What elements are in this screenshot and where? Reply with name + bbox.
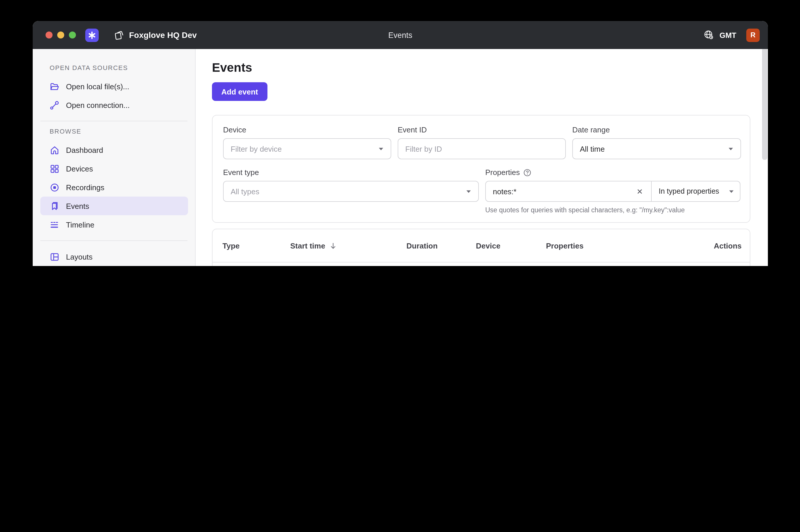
properties-filter-label: Properties	[485, 168, 741, 177]
connection-icon	[50, 100, 59, 110]
zoom-window-button[interactable]	[69, 32, 76, 38]
table-row: Annotation30 Oct 2025 14:33:46 GMT1sritw…	[213, 263, 750, 266]
column-header-actions: Actions	[713, 241, 742, 250]
device-filter-select[interactable]: Filter by device	[223, 138, 391, 159]
titlebar: Foxglove HQ Dev Events GMT R	[33, 21, 768, 49]
event-type-filter-label: Event type	[223, 168, 479, 177]
layout-icon	[50, 252, 59, 262]
sidebar-section-open-data-sources: OPEN DATA SOURCES	[33, 64, 195, 71]
column-header-start-time[interactable]: Start time	[290, 241, 406, 250]
table-header-row: Type Start time Duration Device Properti…	[213, 229, 750, 263]
column-header-duration[interactable]: Duration	[406, 241, 476, 250]
add-event-button[interactable]: Add event	[212, 82, 268, 101]
events-table: Type Start time Duration Device Properti…	[212, 229, 750, 266]
filter-device: Device Filter by device	[223, 126, 391, 159]
chevron-down-icon	[378, 147, 384, 151]
date-range-filter-label: Date range	[572, 126, 741, 134]
minimize-window-button[interactable]	[57, 32, 64, 38]
sidebar-item-label: Dashboard	[66, 146, 103, 154]
properties-helper-text: Use quotes for queries with special char…	[485, 207, 739, 213]
filter-date-range: Date range All time	[572, 126, 741, 159]
page-title: Events	[212, 61, 768, 75]
properties-filter-value: notes:*	[493, 187, 516, 196]
date-range-filter-value: All time	[580, 145, 605, 153]
sidebar-item-open-connection[interactable]: Open connection...	[33, 96, 195, 114]
properties-filter-input[interactable]: notes:* ✕	[486, 182, 651, 201]
bookmark-icon	[50, 201, 59, 211]
window-body: OPEN DATA SOURCES Open local file(s)... …	[33, 49, 768, 266]
column-header-start-time-label: Start time	[290, 241, 325, 250]
event-properties-cell: AI Camera Enabled:trueComments:Roman was…	[546, 263, 713, 266]
app-window: Foxglove HQ Dev Events GMT R OPEN	[33, 21, 768, 266]
device-filter-label: Device	[223, 126, 391, 134]
sidebar-item-label: Devices	[66, 164, 93, 173]
filter-properties: Properties notes:* ✕	[485, 168, 741, 202]
properties-filter-label-text: Properties	[485, 168, 520, 177]
sidebar-item-open-local-files[interactable]: Open local file(s)...	[33, 77, 195, 96]
filter-event-id: Event ID Filter by ID	[398, 126, 566, 159]
help-circle-icon[interactable]	[524, 168, 532, 176]
main-content: Events Add event Device Filter by device	[196, 49, 768, 266]
event-id-filter-label: Event ID	[398, 126, 566, 134]
scrollbar-thumb[interactable]	[762, 49, 767, 160]
sort-desc-icon	[329, 242, 337, 249]
sidebar-item-layouts[interactable]: Layouts	[33, 247, 195, 266]
timezone-globe-icon[interactable]	[704, 30, 714, 40]
app-title: Foxglove HQ Dev	[129, 30, 197, 40]
foxglove-logo-icon	[85, 28, 99, 42]
desktop: Foxglove HQ Dev Events GMT R OPEN	[0, 0, 800, 266]
chevron-down-icon	[729, 189, 734, 194]
sidebar-item-label: Events	[66, 202, 89, 210]
event-type-filter-select[interactable]: All types	[223, 181, 479, 202]
titlebar-right: GMT R	[704, 28, 760, 42]
sidebar-item-label: Timeline	[66, 220, 94, 229]
properties-filter-group: notes:* ✕ In typed properties	[485, 181, 741, 202]
chevron-down-icon	[728, 147, 733, 151]
timezone-label[interactable]: GMT	[720, 31, 737, 39]
filter-event-type: Event type All types	[223, 168, 479, 202]
user-avatar[interactable]: R	[746, 28, 760, 42]
filters-panel: Device Filter by device Event ID	[212, 115, 750, 223]
folder-open-icon	[50, 81, 59, 91]
home-icon	[50, 145, 59, 155]
sidebar-item-timeline[interactable]: Timeline	[33, 215, 195, 234]
pages-icon	[114, 30, 124, 40]
sidebar-item-label: Recordings	[66, 183, 105, 192]
record-icon	[50, 182, 59, 192]
column-header-device[interactable]: Device	[476, 241, 546, 250]
event-id-filter-input[interactable]: Filter by ID	[398, 138, 566, 159]
sidebar-divider	[40, 121, 187, 121]
sidebar-item-label: Open connection...	[66, 101, 130, 109]
chevron-down-icon	[466, 189, 471, 194]
sidebar-item-devices[interactable]: Devices	[33, 159, 195, 178]
sidebar-item-label: Layouts	[66, 252, 93, 261]
sidebar-item-recordings[interactable]: Recordings	[33, 178, 195, 196]
column-header-properties: Properties	[546, 241, 713, 250]
sidebar-section-browse: BROWSE	[33, 128, 195, 135]
sidebar-item-label: Open local file(s)...	[66, 82, 129, 91]
event-type-filter-value: All types	[231, 187, 259, 196]
table-body: Annotation30 Oct 2025 14:33:46 GMT1sritw…	[213, 263, 750, 266]
window-controls	[46, 32, 76, 38]
close-window-button[interactable]	[46, 32, 53, 38]
grid-icon	[50, 164, 59, 173]
event-id-filter-placeholder: Filter by ID	[405, 145, 442, 153]
org-switcher[interactable]: Foxglove HQ Dev	[114, 30, 197, 40]
sidebar-item-events[interactable]: Events	[40, 196, 188, 215]
column-header-type[interactable]: Type	[222, 241, 290, 250]
timeline-icon	[50, 220, 59, 230]
device-filter-placeholder: Filter by device	[231, 145, 282, 153]
sidebar-divider	[40, 240, 187, 241]
properties-scope-value: In typed properties	[659, 187, 719, 195]
sidebar-item-dashboard[interactable]: Dashboard	[33, 140, 195, 159]
properties-scope-select[interactable]: In typed properties	[651, 182, 740, 201]
sidebar: OPEN DATA SOURCES Open local file(s)... …	[33, 49, 196, 266]
date-range-filter-select[interactable]: All time	[572, 138, 741, 159]
clear-properties-icon[interactable]: ✕	[634, 187, 645, 196]
